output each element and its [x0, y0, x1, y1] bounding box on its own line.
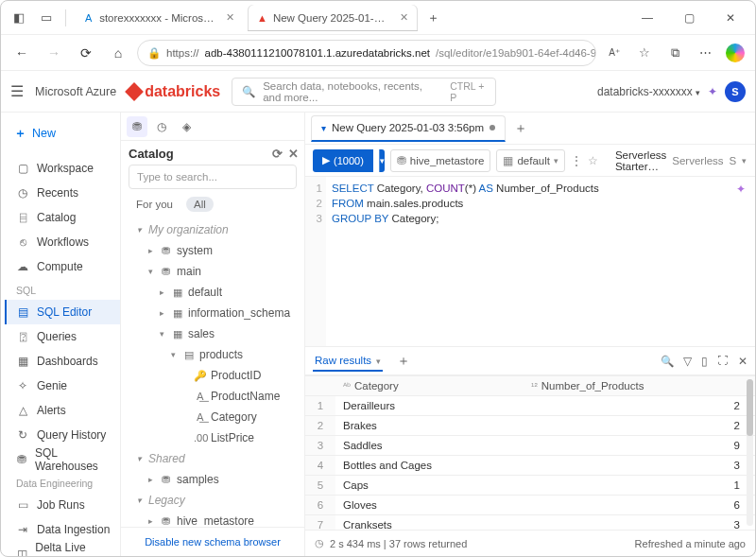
- table-row[interactable]: 7Cranksets3: [305, 515, 755, 531]
- table-row[interactable]: 6Gloves6: [305, 496, 755, 515]
- nav-item-sql-editor[interactable]: ▤SQL Editor: [5, 300, 120, 324]
- catalog-tab-icon[interactable]: ⛃: [127, 116, 147, 137]
- expand-icon[interactable]: ▾: [134, 454, 144, 463]
- close-tab-icon[interactable]: ✕: [226, 11, 234, 24]
- expand-icon[interactable]: ▸: [146, 475, 155, 484]
- expand-icon[interactable]: ▸: [157, 287, 166, 297]
- catalog-search[interactable]: Type to search...: [129, 165, 297, 189]
- close-results-icon[interactable]: ✕: [738, 355, 747, 368]
- nav-item-data-ingestion[interactable]: ⇥Data Ingestion: [5, 517, 120, 542]
- columns-icon[interactable]: ▯: [701, 355, 708, 368]
- sql-editor[interactable]: 123 SELECT Category, COUNT(*) AS Number_…: [305, 177, 755, 347]
- history-tab-icon[interactable]: ◷: [151, 116, 172, 137]
- window-close[interactable]: ✕: [712, 5, 749, 31]
- column-header[interactable]: ¹²Number_of_Products: [524, 376, 755, 396]
- nav-item-workflows[interactable]: ⎋Workflows: [5, 230, 120, 254]
- refresh-button[interactable]: ⟳: [73, 40, 99, 66]
- favorite-icon[interactable]: ☆: [632, 41, 657, 65]
- pin-tab-icon[interactable]: ◈: [176, 116, 197, 137]
- expand-icon[interactable]: ▸: [157, 308, 166, 318]
- tree-node[interactable]: ▸⛃system: [127, 240, 299, 261]
- nav-item-compute[interactable]: ☁Compute: [5, 254, 120, 279]
- nav-item-query-history[interactable]: ↻Query History: [5, 423, 120, 447]
- expand-icon[interactable]: ▸: [146, 246, 155, 255]
- more-icon[interactable]: ⋯: [693, 41, 717, 65]
- tree-node[interactable]: ▾⛃main: [127, 261, 299, 282]
- new-tab-button[interactable]: ＋: [421, 6, 445, 29]
- expand-icon[interactable]: ▾: [134, 496, 144, 505]
- profile-icon[interactable]: ◧: [7, 6, 30, 29]
- avatar[interactable]: S: [725, 81, 746, 102]
- menu-icon[interactable]: ☰: [10, 82, 24, 100]
- nav-item-sql-warehouses[interactable]: ⛃SQL Warehouses: [5, 447, 120, 472]
- tree-node[interactable]: ▾Legacy: [127, 490, 299, 511]
- tree-node[interactable]: ▾Shared: [127, 448, 299, 469]
- table-row[interactable]: 2Brakes2: [305, 416, 755, 436]
- home-button[interactable]: ⌂: [105, 40, 131, 66]
- nav-item-queries[interactable]: ⍰Queries: [5, 324, 120, 349]
- column-header[interactable]: ᴬᵇCategory: [335, 376, 524, 396]
- refresh-catalog-icon[interactable]: ⟳: [272, 147, 283, 161]
- tree-node[interactable]: ▸⛃samples: [127, 469, 299, 490]
- nav-item-delta-live-tables[interactable]: ◫Delta Live Tables: [5, 542, 120, 556]
- table-row[interactable]: 1Derailleurs2: [305, 396, 755, 416]
- window-maximize[interactable]: ▢: [670, 5, 708, 31]
- tree-node[interactable]: A͟Category: [127, 407, 299, 427]
- browser-tab[interactable]: ▲ New Query 2025-01-03 3:56pm* ✕: [248, 5, 418, 31]
- back-button[interactable]: ←: [9, 40, 35, 66]
- chevron-down-icon[interactable]: ▾: [373, 357, 381, 366]
- browser-tab[interactable]: A storexxxxxxx - Microsoft Azure ✕: [74, 5, 244, 31]
- kebab-icon[interactable]: ⋮: [571, 154, 582, 167]
- nav-item-job-runs[interactable]: ▭Job Runs: [5, 493, 120, 517]
- forward-button[interactable]: →: [41, 40, 67, 66]
- window-minimize[interactable]: ―: [628, 5, 666, 31]
- schema-select[interactable]: ▦default ▾: [496, 149, 565, 172]
- assistant-sparkle-icon[interactable]: ✦: [736, 183, 746, 196]
- filter-icon[interactable]: ▽: [683, 355, 692, 368]
- warehouse-dropdown-icon[interactable]: ▾: [742, 156, 747, 165]
- run-dropdown[interactable]: ▾: [379, 149, 385, 172]
- nav-item-dashboards[interactable]: ▦Dashboards: [5, 349, 120, 374]
- close-tab-icon[interactable]: ✕: [400, 11, 408, 24]
- filter-for-you[interactable]: For you: [129, 197, 180, 212]
- search-results-icon[interactable]: 🔍: [661, 355, 674, 368]
- close-catalog-icon[interactable]: ✕: [288, 147, 299, 161]
- tree-node[interactable]: ▸▦default: [127, 282, 299, 303]
- new-button[interactable]: ＋New: [14, 120, 56, 147]
- global-search[interactable]: 🔍 Search data, notebooks, recents, and m…: [232, 78, 496, 106]
- expand-icon[interactable]: ▸: [146, 516, 155, 526]
- tabs-overview-icon[interactable]: ▭: [34, 6, 58, 29]
- tree-node[interactable]: ▾▦sales: [127, 323, 299, 344]
- copilot-icon[interactable]: [723, 41, 747, 65]
- tree-node[interactable]: A͟ProductName: [127, 386, 299, 407]
- expand-icon[interactable]: ▾: [157, 329, 166, 339]
- query-tab[interactable]: ▾ New Query 2025-01-03 3:56pm: [311, 115, 506, 142]
- collections-icon[interactable]: ⧉: [662, 41, 687, 65]
- account-switcher[interactable]: databricks-xxxxxxx ▾: [597, 85, 700, 98]
- warehouse-name[interactable]: Serverless Starter…: [615, 149, 666, 172]
- assistant-icon[interactable]: ✦: [708, 85, 717, 98]
- nav-item-genie[interactable]: ✧Genie: [5, 374, 120, 398]
- table-row[interactable]: 5Caps1: [305, 476, 755, 496]
- reader-icon[interactable]: A⁺: [602, 41, 627, 65]
- table-row[interactable]: 3Saddles9: [305, 436, 755, 456]
- chevron-down-icon[interactable]: ▾: [321, 123, 326, 133]
- run-button[interactable]: ▶ (1000): [313, 149, 373, 172]
- table-row[interactable]: 4Bottles and Cages3: [305, 456, 755, 476]
- tree-node[interactable]: .00ListPrice: [127, 427, 299, 448]
- results-tab[interactable]: Raw results ▾: [313, 351, 383, 372]
- expand-icon[interactable]: ▾: [134, 225, 144, 235]
- save-button[interactable]: Save*: [752, 155, 755, 166]
- results-grid[interactable]: ᴬᵇCategory¹²Number_of_Products1Derailleu…: [305, 375, 755, 530]
- expand-icon[interactable]: ▾: [168, 350, 178, 359]
- expand-icon[interactable]: ▾: [146, 267, 155, 276]
- add-query-tab[interactable]: ＋: [509, 117, 532, 140]
- star-icon[interactable]: ☆: [588, 154, 598, 167]
- nav-item-catalog[interactable]: ⌸Catalog: [5, 205, 120, 230]
- nav-item-recents[interactable]: ◷Recents: [5, 181, 120, 205]
- disable-schema-browser-link[interactable]: Disable new schema browser: [145, 536, 281, 548]
- add-viz-button[interactable]: ＋: [392, 350, 415, 373]
- tree-node[interactable]: ▸⛃hive_metastore: [127, 511, 299, 527]
- filter-all[interactable]: All: [186, 197, 214, 212]
- expand-icon[interactable]: ⛶: [717, 355, 729, 368]
